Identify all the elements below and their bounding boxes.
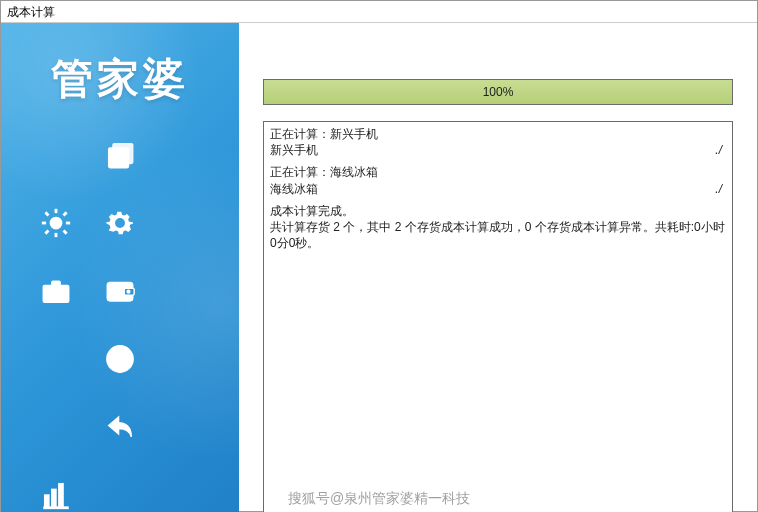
bar-chart-icon — [29, 471, 83, 512]
svg-rect-23 — [59, 484, 63, 507]
blank-icon — [157, 199, 211, 247]
log-title: 正在计算：新兴手机 — [270, 126, 726, 142]
app-window: 成本计算 管家婆 — [0, 0, 758, 512]
gear-icon — [93, 199, 147, 247]
blank-icon — [157, 403, 211, 451]
log-item: 正在计算：海线冰箱 海线冰箱 ./ — [270, 164, 726, 196]
check-icon: ./ — [715, 142, 726, 158]
blank-icon — [29, 403, 83, 451]
briefcase-icon — [29, 267, 83, 315]
svg-rect-22 — [52, 489, 56, 506]
done-title: 成本计算完成。 — [270, 203, 726, 219]
svg-line-8 — [64, 231, 67, 234]
log-line: 新兴手机 — [270, 142, 318, 158]
sun-icon — [29, 199, 83, 247]
svg-rect-21 — [45, 495, 49, 506]
sidebar-icon-grid — [1, 123, 239, 512]
blank-icon — [157, 335, 211, 383]
svg-rect-12 — [52, 281, 61, 285]
progress-label: 100% — [264, 80, 732, 104]
blank-icon — [29, 335, 83, 383]
svg-point-15 — [127, 290, 130, 293]
blank-icon — [29, 131, 83, 179]
brand-title: 管家婆 — [1, 23, 239, 123]
log-item: 正在计算：新兴手机 新兴手机 ./ — [270, 126, 726, 158]
check-icon: ./ — [715, 181, 726, 197]
svg-line-10 — [64, 212, 67, 215]
main-panel: 100% 正在计算：新兴手机 新兴手机 ./ 正在计算：海线冰箱 海线冰箱 ./ — [239, 23, 757, 512]
blank-icon — [93, 471, 147, 512]
sidebar: 管家婆 — [1, 23, 239, 512]
log-done: 成本计算完成。 共计算存货 2 个，其中 2 个存货成本计算成功，0 个存货成本… — [270, 203, 726, 252]
document-stack-icon — [93, 131, 147, 179]
globe-icon — [93, 335, 147, 383]
wallet-icon — [93, 267, 147, 315]
progress-bar: 100% — [263, 79, 733, 105]
svg-line-9 — [45, 231, 48, 234]
content-area: 管家婆 — [1, 23, 757, 512]
blank-icon — [157, 131, 211, 179]
svg-point-2 — [50, 217, 61, 228]
window-title: 成本计算 — [1, 1, 757, 23]
log-title: 正在计算：海线冰箱 — [270, 164, 726, 180]
blank-icon — [157, 471, 211, 512]
svg-rect-1 — [113, 144, 133, 164]
blank-icon — [157, 267, 211, 315]
svg-rect-11 — [43, 285, 69, 302]
svg-line-7 — [45, 212, 48, 215]
log-line: 海线冰箱 — [270, 181, 318, 197]
log-output: 正在计算：新兴手机 新兴手机 ./ 正在计算：海线冰箱 海线冰箱 ./ 成本计算… — [263, 121, 733, 512]
undo-icon — [93, 403, 147, 451]
done-summary: 共计算存货 2 个，其中 2 个存货成本计算成功，0 个存货成本计算异常。共耗时… — [270, 219, 726, 251]
